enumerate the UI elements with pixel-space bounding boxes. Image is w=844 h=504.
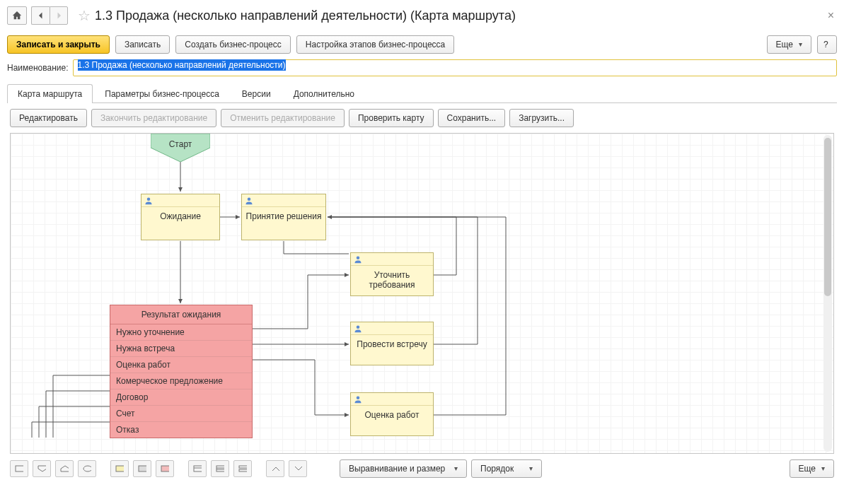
tab-route-map[interactable]: Карта маршрута — [7, 84, 93, 103]
svg-point-5 — [357, 256, 360, 259]
window-titlebar: ☆ 1.3 Продажа (несколько направлений дея… — [0, 0, 844, 31]
arrow-left-icon — [37, 11, 45, 20]
connector-button[interactable] — [266, 460, 284, 477]
arrow-right-icon — [54, 11, 63, 20]
close-button[interactable]: × — [825, 9, 837, 22]
meeting-label: Провести встречу — [351, 335, 433, 353]
name-input[interactable]: 1.3 Продажа (несколько направлений деяте… — [73, 59, 837, 76]
switch-row-estimate[interactable]: Оценка работ — [110, 357, 252, 373]
block-icon — [138, 465, 146, 472]
shape-sub-button[interactable] — [188, 460, 207, 477]
start-icon — [37, 465, 46, 472]
meeting-node[interactable]: Провести встречу — [350, 322, 434, 365]
name-input-value: 1.3 Продажа (несколько направлений деяте… — [78, 59, 286, 71]
bottom-more-button[interactable]: Еще — [790, 459, 834, 478]
svg-point-4 — [248, 197, 251, 201]
shape-end-button[interactable] — [55, 460, 74, 477]
canvas-scrollbar[interactable] — [823, 135, 832, 452]
switch-row-clarify[interactable]: Нужно уточнение — [110, 324, 252, 341]
shape-task-button[interactable] — [110, 460, 129, 477]
home-button[interactable] — [7, 6, 27, 25]
edit-button[interactable]: Редактировать — [10, 109, 87, 127]
tab-versions[interactable]: Версии — [231, 84, 282, 103]
shape-toolbar: Выравнивание и размер Порядок Еще — [0, 454, 844, 484]
person-icon — [144, 197, 153, 205]
finish-edit-button: Закончить редактирование — [91, 109, 216, 127]
check-map-button[interactable]: Проверить карту — [349, 109, 434, 127]
task-icon — [115, 465, 124, 472]
person-icon — [354, 395, 362, 404]
main-toolbar: Записать и закрыть Записать Создать бизн… — [0, 31, 844, 58]
nav-back-button[interactable] — [31, 6, 50, 25]
person-icon — [245, 197, 253, 205]
create-bp-button[interactable]: Создать бизнес-процесс — [175, 35, 291, 54]
tabs: Карта маршрута Параметры бизнес-процесса… — [7, 83, 837, 103]
merge-button[interactable] — [289, 460, 307, 477]
shape-ellipse-button[interactable] — [78, 460, 96, 477]
wait-label: Ожидание — [141, 207, 219, 225]
wait-node[interactable]: Ожидание — [141, 194, 220, 240]
save-map-button[interactable]: Сохранить... — [438, 109, 506, 127]
scrollbar-thumb[interactable] — [824, 138, 831, 296]
svg-rect-21 — [239, 469, 247, 471]
estimate-label: Оценка работ — [351, 406, 433, 424]
shape-block-button[interactable] — [133, 460, 151, 477]
configure-steps-button[interactable]: Настройка этапов бизнес-процесса — [296, 35, 455, 54]
decision-node[interactable]: Принятие решения — [241, 194, 326, 240]
tab-bp-params[interactable]: Параметры бизнес-процесса — [94, 84, 230, 103]
estimate-node[interactable]: Оценка работ — [350, 392, 434, 436]
map-toolbar: Редактировать Закончить редактирование О… — [0, 103, 844, 133]
svg-rect-20 — [239, 466, 247, 468]
favorite-star-icon[interactable]: ☆ — [78, 7, 91, 24]
cond-icon — [161, 465, 169, 472]
rect-icon — [15, 465, 23, 472]
person-icon — [354, 255, 362, 264]
shape-rect-button[interactable] — [10, 460, 28, 477]
help-button[interactable]: ? — [817, 35, 837, 54]
ellipse-icon — [83, 465, 91, 472]
switch-row-invoice[interactable]: Счет — [110, 406, 252, 422]
svg-rect-14 — [161, 466, 169, 471]
svg-marker-9 — [38, 466, 46, 471]
load-map-button[interactable]: Загрузить... — [509, 109, 574, 127]
shape-cond-button[interactable] — [156, 460, 174, 477]
list-icon — [216, 465, 224, 472]
decision-label: Принятие решения — [242, 207, 325, 225]
svg-rect-17 — [216, 466, 224, 471]
flowchart-canvas[interactable]: Старт Ожидание Принятие решения Уточнить… — [10, 133, 834, 454]
svg-point-3 — [147, 197, 151, 201]
switch-node[interactable]: Результат ожидания Нужно уточнение Нужна… — [110, 305, 253, 438]
more-button[interactable]: Еще — [767, 35, 811, 54]
switch-row-offer[interactable]: Комерческое предложение — [110, 373, 252, 389]
name-label: Наименование: — [7, 63, 69, 73]
clarify-label: Уточнить требования — [351, 266, 433, 294]
name-field-row: Наименование: 1.3 Продажа (несколько нап… — [0, 58, 844, 83]
clarify-node[interactable]: Уточнить требования — [350, 252, 434, 296]
merge-icon — [294, 465, 302, 472]
svg-point-6 — [357, 325, 360, 329]
svg-rect-13 — [139, 466, 146, 471]
switch-row-reject[interactable]: Отказ — [110, 422, 252, 438]
svg-rect-15 — [194, 466, 202, 471]
svg-rect-12 — [116, 466, 124, 471]
page-title: 1.3 Продажа (несколько направлений деяте… — [95, 8, 516, 23]
switch-row-contract[interactable]: Договор — [110, 389, 252, 406]
shape-start-button[interactable] — [33, 460, 51, 477]
order-dropdown[interactable]: Порядок — [471, 459, 542, 478]
svg-point-11 — [83, 466, 91, 471]
person-icon — [354, 324, 362, 333]
nav-forward-button[interactable] — [50, 6, 68, 25]
cancel-edit-button: Отменить редактирование — [221, 109, 345, 127]
save-button[interactable]: Записать — [115, 35, 170, 54]
shape-split-button[interactable] — [233, 460, 252, 477]
svg-rect-8 — [16, 466, 23, 471]
align-dropdown[interactable]: Выравнивание и размер — [340, 459, 467, 478]
home-icon — [12, 11, 22, 20]
end-icon — [60, 465, 69, 472]
shape-list-button[interactable] — [211, 460, 229, 477]
svg-marker-10 — [61, 466, 69, 471]
save-close-button[interactable]: Записать и закрыть — [7, 35, 110, 54]
start-node[interactable]: Старт — [151, 134, 210, 162]
switch-row-meeting[interactable]: Нужна встреча — [110, 341, 252, 357]
tab-additional[interactable]: Дополнительно — [283, 84, 365, 103]
